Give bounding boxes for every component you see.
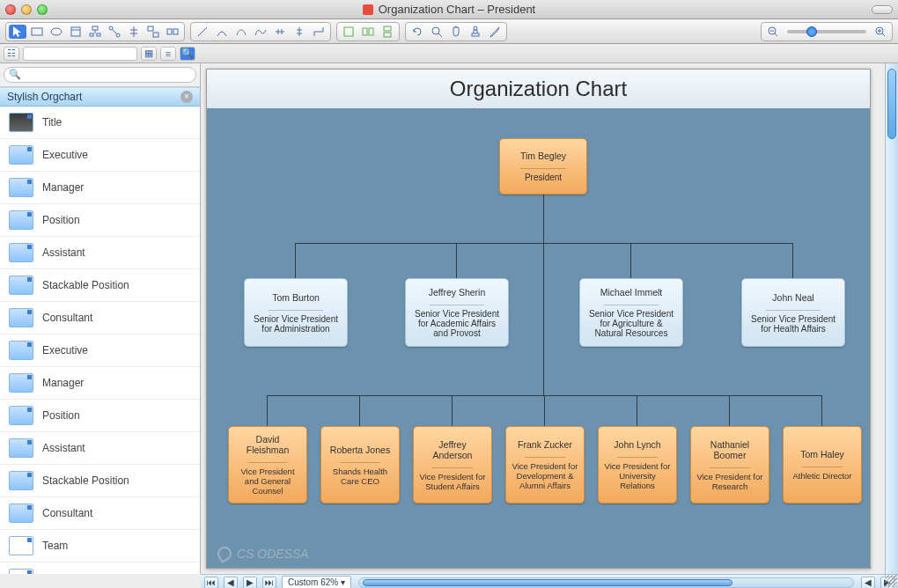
svg-rect-26	[363, 28, 367, 35]
sidebar-search-input[interactable]	[4, 67, 196, 83]
connector	[729, 395, 730, 426]
org-node-vp[interactable]: Tom HaleyAthletic Director	[783, 426, 862, 503]
org-node-svp[interactable]: John NealSenior Vice President for Healt…	[741, 278, 845, 347]
vscroll-thumb[interactable]	[887, 69, 896, 139]
close-section-icon[interactable]: ×	[180, 91, 193, 103]
grid-view-button[interactable]: ▦	[141, 47, 157, 61]
shape-thumb-icon	[9, 438, 33, 458]
drawing-canvas[interactable]: Organization Chart	[206, 69, 871, 569]
vertical-scrollbar[interactable]	[885, 63, 898, 574]
sidebar-header-label: Stylish Orgchart	[7, 91, 82, 103]
align3-button[interactable]	[379, 25, 396, 39]
org-node-svp[interactable]: Jeffrey SherinSenior Vice President for …	[405, 278, 509, 347]
shape-item[interactable]: Position	[0, 400, 200, 432]
prev-page-button[interactable]: ◀	[224, 577, 238, 589]
horizontal-scrollbar[interactable]	[358, 577, 854, 588]
pointer-tool-button[interactable]	[9, 25, 26, 39]
divider	[269, 310, 323, 311]
shape-item[interactable]: Stackable Position	[0, 465, 200, 497]
stamp-button[interactable]	[467, 25, 484, 39]
org-node-president[interactable]: Tim Begley President	[499, 138, 587, 195]
ellipse-tool-button[interactable]	[48, 25, 65, 39]
org-node-svp[interactable]: Tom BurtonSenior Vice President for Admi…	[244, 278, 348, 347]
shape-item[interactable]: Executive	[0, 334, 200, 367]
connector	[543, 369, 544, 395]
zoom-slider[interactable]	[787, 30, 866, 33]
tool-group-zoom	[761, 22, 893, 41]
node-tool-button[interactable]	[86, 25, 104, 39]
minimize-icon[interactable]	[21, 4, 32, 15]
refresh-button[interactable]	[409, 25, 426, 39]
shape-thumb-icon	[9, 210, 33, 230]
shape-item[interactable]: Title	[0, 107, 200, 139]
connector2-button[interactable]	[291, 25, 308, 39]
rect-tool-button[interactable]	[28, 25, 46, 39]
shape-item[interactable]: Note	[0, 562, 200, 574]
hand-tool-button[interactable]	[447, 25, 465, 39]
ungroup-tool-button[interactable]	[164, 25, 181, 39]
align1-button[interactable]	[340, 25, 357, 39]
shape-item[interactable]: Assistant	[0, 432, 200, 465]
divider	[340, 462, 380, 463]
shape-item[interactable]: Team	[0, 530, 200, 562]
shape-item[interactable]: Assistant	[0, 237, 200, 269]
shape-item[interactable]: Manager	[0, 367, 200, 400]
hscroll-thumb[interactable]	[363, 579, 732, 586]
org-node-vp[interactable]: John LynchVice President for University …	[598, 426, 677, 503]
text-tool-button[interactable]	[67, 25, 85, 39]
nav-input[interactable]	[23, 47, 137, 61]
group-tool-button[interactable]	[144, 25, 162, 39]
hscroll-left-button[interactable]: ◀	[861, 577, 875, 589]
eyedropper-button[interactable]	[486, 25, 504, 39]
org-node-vp[interactable]: Frank ZuckerVice President for Developme…	[505, 426, 585, 503]
org-node-vp[interactable]: Nathaniel BoomerVice President for Resea…	[690, 426, 769, 503]
list-view-button[interactable]: ≡	[160, 47, 176, 61]
sidebar-section-header[interactable]: Stylish Orgchart ×	[0, 87, 200, 107]
org-node-svp[interactable]: Michael ImmeltSenior Vice President for …	[579, 278, 683, 347]
org-node-vp[interactable]: Jeffrey AndersonVice President for Stude…	[413, 426, 492, 503]
svg-rect-6	[90, 33, 93, 36]
node-name: Tim Begley	[520, 151, 566, 161]
curve-tool-button[interactable]	[232, 25, 250, 39]
spline-tool-button[interactable]	[252, 25, 269, 39]
connector	[267, 395, 268, 426]
close-icon[interactable]	[5, 4, 16, 15]
zoom-icon[interactable]	[37, 4, 48, 15]
last-page-button[interactable]: ⏭	[262, 577, 276, 589]
tree-view-button[interactable]: ☷	[4, 47, 19, 61]
connector1-button[interactable]	[271, 25, 289, 39]
shape-item[interactable]: Stackable Position	[0, 269, 200, 302]
search-toggle-button[interactable]: 🔍	[180, 47, 195, 61]
align2-button[interactable]	[359, 25, 377, 39]
shape-item[interactable]: Executive	[0, 139, 200, 172]
tool-group-shapes	[5, 22, 185, 41]
shape-item-label: Position	[42, 409, 80, 422]
node-title: Senior Vice President for Agriculture & …	[585, 309, 677, 338]
node-title: Vice President for Student Affairs	[419, 472, 486, 491]
toolbar-pill-icon[interactable]	[872, 5, 893, 14]
shape-thumb-icon	[9, 178, 33, 197]
arc-tool-button[interactable]	[213, 25, 231, 39]
zoom-slider-knob[interactable]	[806, 26, 817, 37]
org-node-vp[interactable]: Roberta JonesShands Health Care CEO	[320, 426, 400, 503]
shape-item[interactable]: Consultant	[0, 302, 200, 334]
first-page-button[interactable]: ⏮	[204, 577, 218, 589]
line-tool-button[interactable]	[194, 25, 211, 39]
shape-item[interactable]: Manager	[0, 172, 200, 204]
tree-tool-button[interactable]	[125, 25, 143, 39]
node-name: John Neal	[772, 292, 813, 303]
zoom-in-button[interactable]	[872, 25, 889, 39]
zoom-out-button[interactable]	[764, 25, 782, 39]
shape-item-label: Note	[42, 572, 64, 574]
shape-item[interactable]: Position	[0, 204, 200, 237]
org-node-vp[interactable]: David FleishmanVice President and Genera…	[228, 426, 307, 503]
connector3-button[interactable]	[310, 25, 328, 39]
magnify-button[interactable]	[428, 25, 445, 39]
next-page-button[interactable]: ▶	[243, 577, 257, 589]
shape-item[interactable]: Consultant	[0, 497, 200, 530]
window-title-text: Organization Chart – President	[379, 3, 535, 16]
branch-tool-button[interactable]	[106, 25, 123, 39]
svg-point-30	[432, 27, 439, 34]
resize-grip-icon[interactable]	[885, 575, 897, 587]
zoom-level-display[interactable]: Custom 62% ▾	[282, 576, 351, 588]
